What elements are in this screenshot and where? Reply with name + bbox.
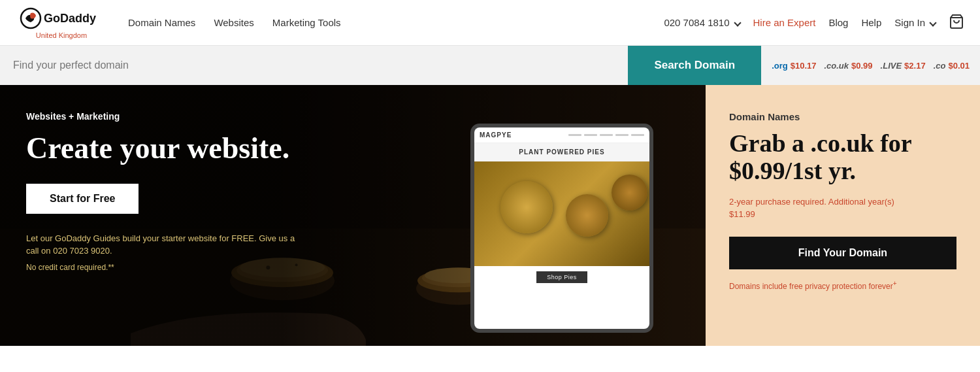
tablet-nav [568, 134, 644, 136]
godaddy-logo[interactable]: GoDaddy [19, 7, 104, 30]
tablet-frame: MAGPYE PLANT POWERED PIES [470, 124, 653, 333]
no-credit-card-text: No credit card required.** [26, 263, 301, 272]
domain-price-couk: .co.uk $0.99 [824, 61, 872, 71]
hero-subtitle: Websites + Marketing [26, 111, 301, 122]
hero-description: Let our GoDaddy Guides build your starte… [26, 232, 301, 258]
promo-title: Grab a .co.uk for $0.99/1st yr. [729, 130, 956, 185]
tablet-nav-dot-3 [600, 134, 613, 136]
hero-title: Create your website. [26, 132, 301, 165]
couk-ext-label: .co.uk [824, 61, 849, 71]
tablet-shop-btn[interactable]: Shop Pies [536, 271, 587, 283]
domain-search-input[interactable] [13, 59, 615, 71]
header-right: 020 7084 1810 Hire an Expert Blog Help S… [664, 14, 964, 32]
logo-region: United Kingdom [36, 31, 87, 39]
tablet-nav-dot-5 [631, 134, 644, 136]
hero-content: Websites + Marketing Create your website… [26, 111, 301, 272]
tablet-screen-header: MAGPYE [474, 127, 649, 143]
promo-footer-text: Domains include free privacy protection … [729, 280, 956, 291]
tablet-banner: PLANT POWERED PIES [474, 143, 649, 161]
promo-panel: Domain Names Grab a .co.uk for $0.99/1st… [706, 85, 980, 346]
tablet-content-image [474, 161, 649, 266]
promo-desc-line1: 2-year purchase required. Additional yea… [729, 197, 894, 207]
tablet-nav-dot-1 [568, 134, 581, 136]
nav-websites[interactable]: Websites [214, 17, 253, 28]
logo-area: GoDaddy United Kingdom [16, 7, 107, 39]
promo-desc-line2: $11.99 [729, 209, 755, 219]
help-link[interactable]: Help [861, 17, 881, 28]
co-price: $0.01 [948, 61, 970, 71]
blog-link[interactable]: Blog [828, 17, 848, 28]
hero-section: Websites + Marketing Create your website… [0, 85, 706, 346]
tablet-nav-dot-4 [615, 134, 629, 136]
pie-image-1 [500, 181, 553, 233]
tablet-nav-dot-2 [584, 134, 597, 136]
promo-label: Domain Names [729, 111, 956, 122]
org-ext-label: .org [772, 61, 788, 71]
search-section: Search Domain .org $10.17 .co.uk $0.99 .… [0, 46, 980, 85]
svg-text:GoDaddy: GoDaddy [44, 12, 96, 25]
live-ext-label: .LIVE [881, 61, 902, 71]
tablet-screen: MAGPYE PLANT POWERED PIES [474, 127, 649, 329]
phone-number[interactable]: 020 7084 1810 [664, 17, 740, 28]
sign-in-link[interactable]: Sign In [894, 17, 936, 28]
signin-chevron-icon [929, 19, 936, 26]
find-your-domain-button[interactable]: Find Your Domain [729, 237, 956, 269]
org-price: $10.17 [791, 61, 817, 71]
phone-chevron-icon [734, 19, 741, 26]
cart-button[interactable] [949, 14, 964, 32]
hire-expert-link[interactable]: Hire an Expert [753, 17, 816, 28]
couk-price: $0.99 [851, 61, 873, 71]
cart-icon [949, 14, 964, 29]
nav-domain-names[interactable]: Domain Names [128, 17, 195, 28]
live-price: $2.17 [904, 61, 926, 71]
tablet-logo: MAGPYE [480, 131, 512, 139]
domain-price-org: .org $10.17 [772, 61, 816, 71]
co-ext-label: .co [934, 61, 946, 71]
search-domain-button[interactable]: Search Domain [628, 46, 761, 85]
domain-prices: .org $10.17 .co.uk $0.99 .LIVE $2.17 .co… [761, 46, 980, 85]
pie-image-2 [566, 194, 608, 237]
header: GoDaddy United Kingdom Domain Names Webs… [0, 0, 980, 46]
domain-price-live: .LIVE $2.17 [881, 61, 926, 71]
nav-marketing-tools[interactable]: Marketing Tools [272, 17, 341, 28]
domain-price-co: .co $0.01 [934, 61, 970, 71]
promo-description: 2-year purchase required. Additional yea… [729, 195, 956, 221]
pie-image-3 [612, 175, 647, 211]
main-nav: Domain Names Websites Marketing Tools [128, 17, 664, 28]
start-for-free-button[interactable]: Start for Free [26, 184, 139, 214]
tablet-cta-area: Shop Pies [474, 266, 649, 287]
tablet-mockup: MAGPYE PLANT POWERED PIES [470, 124, 653, 333]
main-content: Websites + Marketing Create your website… [0, 85, 980, 346]
search-input-wrap [0, 46, 628, 85]
